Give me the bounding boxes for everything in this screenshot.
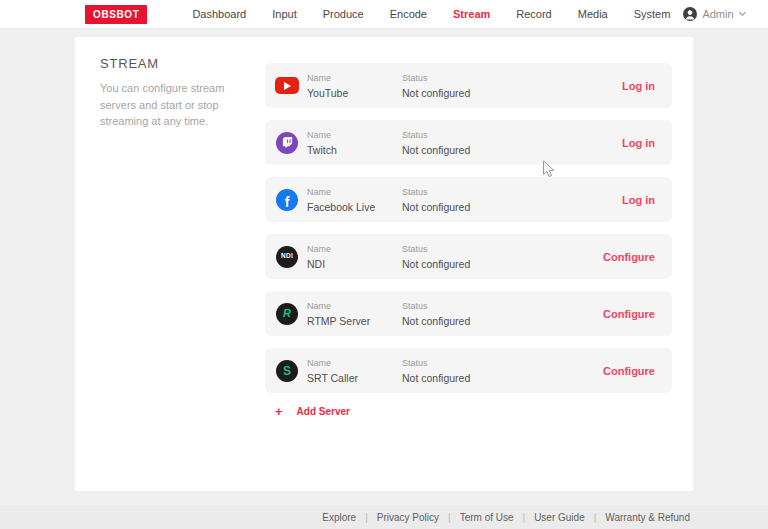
avatar-icon [683, 7, 697, 21]
server-name: RTMP Server [307, 315, 402, 327]
status-label: Status [402, 358, 552, 368]
server-row: f Name Facebook Live Status Not configur… [265, 177, 672, 222]
status-label: Status [402, 130, 552, 140]
server-status: Not configured [402, 87, 552, 99]
nav-item[interactable]: Input [259, 0, 309, 28]
add-server-label: Add Server [297, 406, 350, 417]
status-column: Status Not configured [402, 73, 552, 99]
status-column: Status Not configured [402, 358, 552, 384]
server-action-button[interactable]: Configure [603, 365, 655, 377]
plus-icon: + [275, 405, 283, 418]
rtmp-icon: R [274, 303, 300, 325]
status-column: Status Not configured [402, 244, 552, 270]
page-title: STREAM [100, 56, 265, 71]
name-label: Name [307, 73, 402, 83]
status-column: Status Not configured [402, 301, 552, 327]
name-column: Name Facebook Live [307, 187, 402, 213]
icon-glyph: NDI [281, 253, 293, 260]
status-column: Status Not configured [402, 130, 552, 156]
footer-link[interactable]: Explore [322, 512, 356, 523]
chevron-down-icon [739, 9, 746, 16]
status-label: Status [402, 73, 552, 83]
add-server-button[interactable]: + Add Server [275, 405, 350, 418]
page-description: You can configure stream servers and sta… [100, 80, 262, 130]
nav-item[interactable]: Record [503, 0, 564, 28]
server-status: Not configured [402, 258, 552, 270]
twitch-icon [274, 132, 300, 154]
name-column: Name Twitch [307, 130, 402, 156]
status-label: Status [402, 244, 552, 254]
server-row: R Name RTMP Server Status Not configured… [265, 291, 672, 336]
name-column: Name NDI [307, 244, 402, 270]
nav-item[interactable]: System [621, 0, 684, 28]
footer-separator: | [523, 512, 526, 523]
server-action-button[interactable]: Configure [603, 308, 655, 320]
footer-link[interactable]: User Guide [534, 512, 585, 523]
nav-item[interactable]: Stream [440, 0, 503, 28]
ndi-icon: NDI [274, 246, 300, 268]
footer-separator: | [448, 512, 451, 523]
name-label: Name [307, 130, 402, 140]
nav-item[interactable]: Media [565, 0, 621, 28]
server-status: Not configured [402, 201, 552, 213]
nav-item[interactable]: Dashboard [179, 0, 259, 28]
server-row: NDI Name NDI Status Not configured Confi… [265, 234, 672, 279]
youtube-icon [274, 77, 300, 94]
name-label: Name [307, 187, 402, 197]
status-label: Status [402, 187, 552, 197]
nav-item[interactable]: Produce [310, 0, 377, 28]
status-label: Status [402, 301, 552, 311]
nav-item[interactable]: Encode [377, 0, 440, 28]
footer-bar: | Explore | Privacy Policy | Term of Use… [0, 505, 768, 529]
name-column: Name YouTube [307, 73, 402, 99]
server-status: Not configured [402, 372, 552, 384]
server-action-button[interactable]: Log in [622, 137, 655, 149]
server-status: Not configured [402, 144, 552, 156]
status-column: Status Not configured [402, 187, 552, 213]
footer-separator: | [594, 512, 597, 523]
name-label: Name [307, 301, 402, 311]
footer-link[interactable]: Term of Use [460, 512, 514, 523]
server-row: S Name SRT Caller Status Not configured … [265, 348, 672, 393]
name-label: Name [307, 244, 402, 254]
server-name: NDI [307, 258, 402, 270]
server-row: Name Twitch Status Not configured Log in [265, 120, 672, 165]
server-action-button[interactable]: Log in [622, 194, 655, 206]
facebook-icon: f [274, 189, 300, 211]
server-name: YouTube [307, 87, 402, 99]
server-list: Name YouTube Status Not configured Log i… [265, 37, 672, 491]
footer-link[interactable]: Warranty & Refund [605, 512, 690, 523]
name-label: Name [307, 358, 402, 368]
icon-glyph: S [283, 365, 291, 377]
admin-menu[interactable]: Admin [683, 7, 744, 21]
server-action-button[interactable]: Configure [603, 251, 655, 263]
server-status: Not configured [402, 315, 552, 327]
top-nav-bar: OBSBOT Dashboard Input Produce Encode St… [0, 0, 768, 29]
obsbot-logo[interactable]: OBSBOT [85, 5, 147, 24]
footer-separator: | [365, 512, 368, 523]
stream-sidebar: STREAM You can configure stream servers … [75, 37, 265, 491]
server-name: Twitch [307, 144, 402, 156]
name-column: Name RTMP Server [307, 301, 402, 327]
server-action-button[interactable]: Log in [622, 80, 655, 92]
server-name: Facebook Live [307, 201, 402, 213]
footer-link[interactable]: Privacy Policy [377, 512, 439, 523]
icon-glyph: R [283, 308, 291, 319]
srt-icon: S [274, 360, 300, 382]
main-nav: Dashboard Input Produce Encode Stream Re… [179, 0, 683, 28]
stream-panel: STREAM You can configure stream servers … [75, 37, 693, 491]
admin-name: Admin [702, 8, 733, 20]
server-name: SRT Caller [307, 372, 402, 384]
server-row: Name YouTube Status Not configured Log i… [265, 63, 672, 108]
name-column: Name SRT Caller [307, 358, 402, 384]
icon-glyph: f [285, 195, 290, 209]
